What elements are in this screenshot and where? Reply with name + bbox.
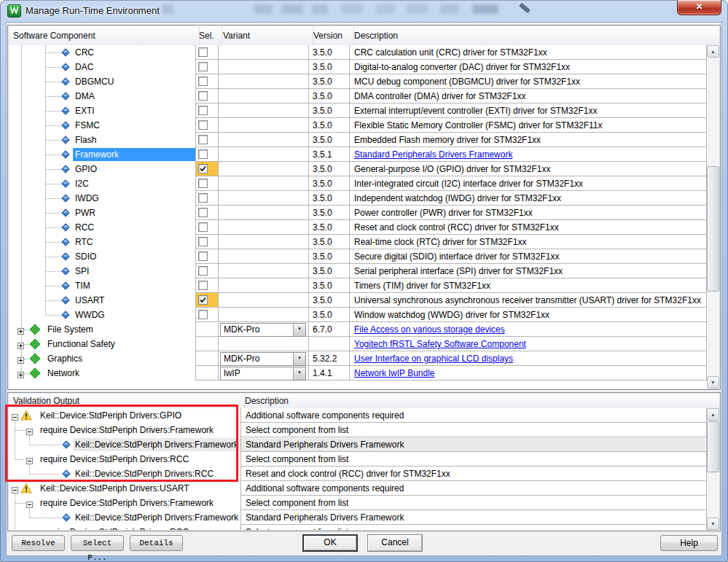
component-checkbox[interactable] [198,237,208,246]
column-header-variant[interactable]: Variant [219,26,313,45]
resolve-button[interactable]: Resolve [12,535,65,551]
dropdown-button[interactable]: ▼ [293,353,305,365]
validation-label[interactable]: Keil::Device:StdPeriph Drivers:GPIO [38,409,184,422]
expand-plus-icon[interactable] [17,327,24,333]
expand-plus-icon[interactable] [17,370,24,377]
component-checkbox[interactable] [198,193,208,203]
select-packs-button[interactable]: Select P... [71,535,124,551]
scroll-down-button[interactable]: ▼ [707,376,719,389]
component-checkbox[interactable] [198,91,208,101]
titlebar[interactable]: Manage Run-Time Environment ✕ [0,0,728,22]
component-checkbox[interactable] [198,120,208,130]
description-link[interactable]: File Access on various storage devices [354,324,505,335]
component-label[interactable]: GPIO [73,163,99,176]
validation-label[interactable]: Keil::Device:StdPeriph Drivers:Framework [73,511,240,524]
column-header-validation-output[interactable]: Validation Output [9,394,245,408]
variant-combo[interactable]: MDK-Pro▼ [220,352,306,366]
component-label[interactable]: File System [45,323,95,336]
component-label[interactable]: DAC [73,61,95,74]
version-cell [309,337,350,351]
validation-label[interactable]: Keil::Device:StdPeriph Drivers:RCC [73,467,216,480]
component-label[interactable]: FSMC [73,119,102,132]
ok-button[interactable]: OK [302,534,358,552]
component-label[interactable]: EXTI [73,104,97,117]
close-button[interactable]: ✕ [677,0,721,15]
expand-plus-icon[interactable] [17,356,24,362]
component-checkbox[interactable] [198,135,208,144]
collapse-minus-icon[interactable] [12,413,18,419]
collapse-minus-icon[interactable] [26,529,33,530]
component-label[interactable]: Framework [73,148,195,161]
component-label[interactable]: TIM [73,279,93,292]
cancel-button[interactable]: Cancel [367,534,423,552]
variant-combo[interactable]: MDK-Pro▼ [220,323,306,337]
variant-combo[interactable]: lwIP▼ [220,367,306,380]
validation-label[interactable]: require Device:StdPeriph Drivers:Framewo… [38,424,216,437]
variant-cell [219,337,309,351]
component-label[interactable]: WWDG [73,308,107,321]
description-link[interactable]: Yogitech fRSTL Safety Software Component [354,339,526,349]
tree-line [45,300,62,301]
details-button[interactable]: Details [130,535,183,551]
component-label[interactable]: I2C [73,177,91,190]
component-label[interactable]: Flash [73,133,98,147]
validation-label[interactable]: require Device:StdPeriph Drivers:RCC [38,526,191,530]
component-checkbox[interactable] [198,62,208,71]
description-link[interactable]: Network lwIP Bundle [354,368,435,378]
component-label[interactable]: Graphics [45,352,85,365]
component-label[interactable]: DBGMCU [73,75,116,88]
component-label[interactable]: CRC [73,46,96,59]
component-label[interactable]: Functional Safety [45,337,117,351]
column-header-software-component[interactable]: Software Component [9,26,200,45]
component-checkbox[interactable] [198,251,208,261]
validation-label[interactable]: Keil::Device:StdPeriph Drivers:USART [38,482,192,495]
validation-description-text: Standard Peripherals Drivers Framework [246,512,404,523]
column-header-validation-description[interactable]: Description [240,394,719,408]
scroll-thumb[interactable] [707,421,719,472]
components-scrollbar[interactable]: ▲ ▼ [707,45,719,389]
collapse-minus-icon[interactable] [12,485,18,492]
component-checkbox[interactable] [198,208,208,217]
component-label[interactable]: SDIO [73,250,98,263]
version-cell: 3.5.0 [309,206,350,220]
component-checkbox[interactable] [198,149,208,159]
component-label[interactable]: Network [45,367,82,380]
collapse-minus-icon[interactable] [26,427,33,434]
scroll-thumb[interactable] [707,166,719,292]
component-checkbox[interactable] [198,266,208,276]
table-row: NetworklwIP▼1.4.1Network lwIP Bundle [9,366,707,380]
validation-label[interactable]: require Device:StdPeriph Drivers:Framewo… [38,496,216,510]
component-checkbox[interactable] [198,310,208,319]
component-checkbox[interactable] [198,179,208,188]
component-checkbox[interactable] [198,281,208,290]
component-label[interactable]: RCC [73,221,96,234]
help-button[interactable]: Help [660,535,718,551]
expand-plus-icon[interactable] [17,341,24,348]
dropdown-button[interactable]: ▼ [293,324,305,336]
column-header-description[interactable]: Description [350,26,719,45]
component-label[interactable]: SPI [73,265,91,278]
description-link[interactable]: User Interface on graphical LCD displays [354,354,513,364]
scroll-down-button[interactable]: ▼ [707,518,719,530]
component-label[interactable]: RTC [73,235,95,249]
component-label[interactable]: PWR [73,206,98,219]
collapse-minus-icon[interactable] [26,456,33,463]
component-label[interactable]: IWDG [73,192,101,205]
column-header-version[interactable]: Version [309,26,354,45]
component-checkbox[interactable] [198,47,208,57]
component-checkbox[interactable] [198,164,208,173]
validation-scrollbar[interactable]: ▲ ▼ [707,408,719,530]
scroll-up-button[interactable]: ▲ [707,408,719,421]
tree-line [24,329,29,330]
component-checkbox[interactable] [198,295,208,305]
description-link[interactable]: Standard Peripherals Drivers Framework [354,149,512,160]
component-label[interactable]: DMA [73,90,97,103]
dropdown-button[interactable]: ▼ [293,367,305,380]
collapse-minus-icon[interactable] [26,500,33,507]
component-checkbox[interactable] [198,77,208,86]
component-checkbox[interactable] [198,222,208,232]
component-label[interactable]: USART [73,294,106,307]
scroll-up-button[interactable]: ▲ [707,45,719,58]
component-checkbox[interactable] [198,106,208,115]
validation-label[interactable]: require Device:StdPeriph Drivers:RCC [38,453,191,466]
